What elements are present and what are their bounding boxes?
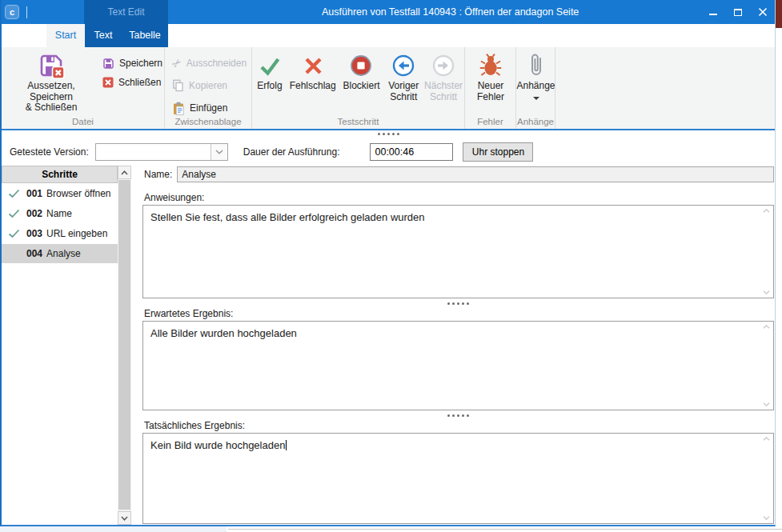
check-icon xyxy=(8,229,21,238)
ribbon-tabs: Datei Start Text Tabelle xyxy=(4,24,168,47)
arrow-left-icon xyxy=(391,54,415,78)
blocked-icon xyxy=(349,54,373,78)
step-row-002[interactable]: 002 Name xyxy=(2,204,118,223)
attachments-button[interactable]: Anhänge xyxy=(516,50,555,100)
ribbon-group-testschritt: Erfolg Fehlschlag xyxy=(252,47,465,129)
scroll-up-icon[interactable] xyxy=(763,325,770,329)
scroll-down-icon[interactable] xyxy=(763,290,770,294)
stop-clock-button[interactable]: Uhr stoppen xyxy=(463,142,533,162)
combo-dropdown-button[interactable] xyxy=(211,144,227,160)
text-caret xyxy=(286,440,287,450)
copy-icon xyxy=(172,79,184,92)
steps-header: Schritte xyxy=(2,166,118,183)
steps-panel: Schritte 001 Browser öffnen 002 Name 0 xyxy=(2,166,118,525)
step-row-004[interactable]: 004 Analyse xyxy=(2,244,118,263)
save-label: Speichern xyxy=(119,58,162,69)
step-row-003[interactable]: 003 URL eingeben xyxy=(2,224,118,243)
paste-button[interactable]: Einfügen xyxy=(172,97,251,119)
steps-scrollbar[interactable] xyxy=(118,166,131,525)
cut-button: ✂ Ausschneiden xyxy=(172,52,251,74)
dropdown-arrow-icon[interactable] xyxy=(533,97,539,100)
tab-start[interactable]: Start xyxy=(46,24,85,47)
close-icon xyxy=(758,7,768,17)
window-controls xyxy=(708,0,768,24)
step-number: 004 xyxy=(26,248,42,259)
ribbon-group-datei: Aussetzen, Speichern & Schließen Speiche… xyxy=(2,47,165,129)
version-combobox[interactable] xyxy=(95,143,228,161)
close-file-button[interactable]: Schließen xyxy=(102,73,162,92)
ribbon-group-zwischenablage: ✂ Ausschneiden Kopieren xyxy=(165,47,252,129)
instructions-textarea[interactable]: Stellen Sie fest, dass alle Bilder erfol… xyxy=(142,205,774,298)
window-title: Ausführen von Testfall 140943 : Öffnen d… xyxy=(322,0,579,24)
step-label: Browser öffnen xyxy=(46,188,111,199)
new-bug-label: Neuer Fehler xyxy=(477,81,504,102)
group-label-zwischenablage: Zwischenablage xyxy=(165,117,251,126)
version-value xyxy=(96,144,211,160)
copy-button: Kopieren xyxy=(172,74,251,97)
group-label-testschritt: Testschritt xyxy=(252,117,464,126)
blocked-label: Blockiert xyxy=(343,81,379,92)
scissors-icon: ✂ xyxy=(169,55,184,71)
new-bug-button[interactable]: Neuer Fehler xyxy=(465,50,516,102)
check-icon xyxy=(8,189,21,198)
contextual-tab-label: Text Edit xyxy=(84,0,168,24)
splitter-handle[interactable] xyxy=(142,410,774,420)
maximize-button[interactable] xyxy=(732,6,744,18)
instructions-text: Stellen Sie fest, dass alle Bilder erfol… xyxy=(143,206,773,224)
duration-input[interactable] xyxy=(370,143,453,161)
paste-icon xyxy=(172,102,185,115)
actual-textarea[interactable]: Kein Bild wurde hochgeladen xyxy=(142,433,774,524)
expected-text: Alle Bilder wurden hochgeladen xyxy=(143,322,773,340)
paste-label: Einfügen xyxy=(190,102,227,114)
scroll-down-icon[interactable] xyxy=(763,402,770,406)
name-field[interactable]: Analyse xyxy=(177,166,774,182)
duration-label: Dauer der Ausführung: xyxy=(243,146,340,158)
scroll-up-icon[interactable] xyxy=(763,437,770,441)
scroll-down-button[interactable] xyxy=(118,511,131,525)
test-step-form: Name: Analyse Anweisungen: Stellen Sie f… xyxy=(142,166,774,524)
scroll-up-button[interactable] xyxy=(118,166,131,179)
instructions-label: Anweisungen: xyxy=(142,192,774,203)
app-icon[interactable]: c xyxy=(5,5,19,19)
expected-textarea[interactable]: Alle Bilder wurden hochgeladen xyxy=(142,321,774,410)
expected-label: Erwartetes Ergebnis: xyxy=(142,308,774,319)
arrow-right-icon xyxy=(431,54,455,78)
ribbon-splitter-handle[interactable] xyxy=(2,133,775,135)
minimize-button[interactable] xyxy=(708,6,719,18)
step-number: 003 xyxy=(26,228,42,239)
bug-icon xyxy=(479,53,503,78)
step-number: 001 xyxy=(26,188,42,199)
fail-label: Fehlschlag xyxy=(290,81,336,92)
x-icon xyxy=(301,54,325,78)
minimize-icon xyxy=(709,14,717,15)
background-strip xyxy=(776,0,782,28)
save-button[interactable]: Speichern xyxy=(102,54,162,73)
save-icon xyxy=(102,58,114,70)
tab-datei[interactable]: Datei xyxy=(4,24,46,47)
scrollbar-thumb[interactable] xyxy=(118,180,130,510)
actual-label: Tatsächliches Ergebnis: xyxy=(142,420,774,431)
step-label: Name xyxy=(46,208,72,219)
scroll-up-icon[interactable] xyxy=(763,209,770,213)
prev-step-label: Voriger Schritt xyxy=(388,81,419,102)
next-step-label: Nächster Schritt xyxy=(424,81,463,102)
group-label-datei: Datei xyxy=(2,117,164,126)
screen: c Ausführen von Testfall 140943 : Öffnen… xyxy=(0,0,782,532)
tab-tabelle[interactable]: Tabelle xyxy=(122,24,168,47)
step-label: Analyse xyxy=(46,248,81,259)
ribbon-group-fehler: Neuer Fehler Fehler xyxy=(465,47,516,129)
step-row-001[interactable]: 001 Browser öffnen xyxy=(2,184,118,203)
group-label-fehler: Fehler xyxy=(465,117,515,126)
actual-text: Kein Bild wurde hochgeladen xyxy=(150,439,285,451)
paperclip-icon xyxy=(527,53,546,78)
splitter-handle[interactable] xyxy=(142,298,774,308)
check-icon xyxy=(8,209,21,218)
copy-label: Kopieren xyxy=(189,80,227,91)
ribbon-group-anhaenge: Anhänge Anhänge xyxy=(516,47,555,129)
success-label: Erfolg xyxy=(257,81,282,92)
scroll-down-icon[interactable] xyxy=(763,516,770,520)
version-label: Getestete Version: xyxy=(10,146,89,158)
toolbar: Getestete Version: Dauer der Ausführung:… xyxy=(2,130,775,166)
close-button[interactable] xyxy=(757,6,768,18)
tab-text[interactable]: Text xyxy=(85,24,122,47)
